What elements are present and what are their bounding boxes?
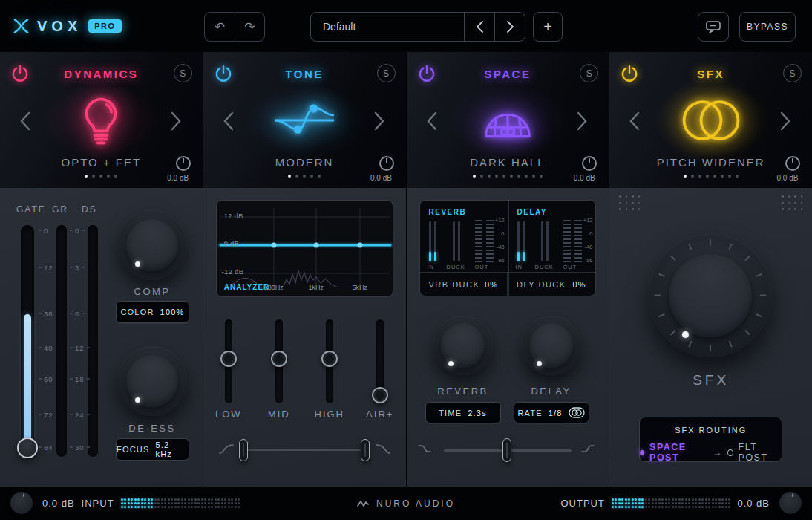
next-preset-chevron[interactable] bbox=[576, 111, 589, 131]
chain-preset-name[interactable]: DARK HALL bbox=[407, 156, 609, 169]
prev-preset-chevron[interactable] bbox=[223, 111, 236, 131]
pagination-dot bbox=[99, 175, 102, 178]
routing-dest: FLT POST bbox=[739, 442, 782, 463]
output-section: OUTPUT 0.0 dB bbox=[560, 487, 770, 520]
led-column bbox=[632, 498, 634, 508]
reverb-knob-cap bbox=[441, 323, 485, 367]
lowpass-handle[interactable] bbox=[361, 439, 370, 461]
preset-next-button[interactable] bbox=[494, 13, 525, 41]
pagination-dot bbox=[691, 175, 694, 178]
brand-logo: VOX PRO bbox=[12, 0, 122, 52]
mix-value[interactable]: 0.0 dB bbox=[364, 174, 399, 182]
output-led-meter bbox=[612, 498, 731, 508]
meter-scale-label: 0 bbox=[70, 227, 85, 235]
comp-knob[interactable] bbox=[117, 210, 187, 280]
module-title: TONE bbox=[203, 68, 406, 80]
led-column bbox=[715, 498, 717, 508]
delay-knob[interactable] bbox=[522, 316, 581, 375]
prev-preset-chevron[interactable] bbox=[629, 111, 642, 131]
reverb-label: REVERB bbox=[419, 386, 508, 397]
mix-dial-icon[interactable] bbox=[581, 155, 597, 172]
pagination-dot bbox=[713, 175, 716, 178]
knob-tick bbox=[710, 239, 711, 246]
filter-range-track bbox=[243, 449, 366, 451]
led-column bbox=[668, 498, 670, 508]
mix-dial-icon[interactable] bbox=[175, 155, 191, 172]
preset-prev-button[interactable] bbox=[464, 13, 494, 41]
mix-value[interactable]: 0.0 dB bbox=[770, 174, 805, 182]
output-gain-value[interactable]: 0.0 dB bbox=[737, 498, 770, 509]
ds-meter bbox=[88, 225, 98, 457]
time-button[interactable]: TIME 2.3s bbox=[425, 402, 501, 423]
add-preset-button[interactable]: + bbox=[533, 12, 563, 42]
feedback-button[interactable] bbox=[698, 12, 729, 42]
redo-button[interactable]: ↷ bbox=[235, 13, 265, 41]
bottom-bar: 0.0 dB INPUT NURO AUDIO OUTPUT 0.0 dB bbox=[0, 487, 812, 520]
high-slider-handle[interactable] bbox=[321, 351, 338, 367]
meter-scale-label: 30 bbox=[70, 443, 90, 452]
rate-button[interactable]: RATE 1/8 bbox=[514, 402, 589, 423]
bulb-icon bbox=[74, 94, 128, 147]
dly-duck-control[interactable]: DLY DUCK 0% bbox=[507, 273, 595, 296]
tilt-handle[interactable] bbox=[502, 438, 511, 462]
solo-button[interactable]: S bbox=[783, 64, 802, 82]
output-gain-knob[interactable] bbox=[779, 492, 802, 514]
color-button[interactable]: COLOR 100% bbox=[116, 301, 189, 323]
space-header: SPACE S DARK HALL bbox=[407, 52, 609, 188]
delay-meter-title: DELAY bbox=[517, 208, 547, 216]
led-column bbox=[718, 498, 721, 508]
next-preset-chevron[interactable] bbox=[373, 111, 387, 131]
undo-button[interactable]: ↶ bbox=[205, 13, 235, 41]
led-column bbox=[725, 498, 727, 508]
low-slider-handle[interactable] bbox=[220, 351, 237, 367]
reverb-in-meter bbox=[429, 221, 431, 261]
ds-meter-label: DS bbox=[82, 204, 97, 215]
meter-scale-label: 72 bbox=[39, 411, 53, 419]
scale-neg48: -48 bbox=[585, 244, 593, 250]
shelf-down-icon bbox=[417, 443, 435, 455]
mid-slider-handle[interactable] bbox=[271, 351, 287, 367]
air-slider-handle[interactable] bbox=[372, 387, 388, 403]
vrb-duck-control[interactable]: VRB DUCK 0% bbox=[420, 273, 508, 296]
deess-knob[interactable] bbox=[117, 346, 187, 416]
chain-preset-name[interactable]: OPTO + FET bbox=[0, 156, 203, 169]
led-column bbox=[708, 498, 710, 508]
reverb-duck-meter bbox=[458, 221, 460, 261]
prev-preset-chevron[interactable] bbox=[19, 111, 33, 131]
solo-button[interactable]: S bbox=[174, 64, 192, 82]
highpass-curve-icon bbox=[218, 443, 235, 455]
meter-scale-label: 0 bbox=[39, 227, 48, 235]
next-preset-chevron[interactable] bbox=[779, 111, 793, 131]
chevron-right-icon bbox=[507, 21, 514, 33]
led-column bbox=[628, 498, 630, 508]
bypass-button[interactable]: BYPASS bbox=[739, 12, 796, 42]
mix-dial-icon[interactable] bbox=[785, 155, 801, 172]
sfx-routing-button[interactable]: SFX ROUTING SPACE POST → FLT POST bbox=[639, 417, 782, 462]
routing-row: SPACE POST → FLT POST bbox=[640, 442, 782, 463]
meter-scale-label: 18 bbox=[70, 375, 90, 383]
freq-label-5k: 5kHz bbox=[344, 284, 376, 291]
led-column bbox=[652, 498, 654, 508]
preset-value[interactable]: Default bbox=[311, 13, 464, 41]
ping-pong-icon[interactable] bbox=[569, 407, 585, 418]
dly-duck-label: DLY DUCK bbox=[517, 280, 566, 289]
chain-preset-name[interactable]: MODERN bbox=[203, 156, 406, 169]
duck-label: DUCK bbox=[535, 264, 554, 270]
solo-button[interactable]: S bbox=[377, 64, 396, 82]
gate-threshold-handle[interactable] bbox=[17, 438, 38, 458]
highpass-handle[interactable] bbox=[239, 439, 248, 461]
prev-preset-chevron[interactable] bbox=[426, 111, 439, 131]
led-column bbox=[655, 498, 657, 508]
comp-knob-indicator bbox=[135, 261, 140, 267]
reverb-knob[interactable] bbox=[433, 316, 493, 375]
focus-button[interactable]: FOCUS 5.2 kHz bbox=[116, 438, 189, 461]
vrb-duck-value: 0% bbox=[485, 280, 498, 289]
chain-preset-name[interactable]: PITCH WIDENER bbox=[609, 156, 812, 169]
next-preset-chevron[interactable] bbox=[170, 111, 183, 131]
meter-scale-label: 6 bbox=[70, 310, 85, 318]
mix-value[interactable]: 0.0 dB bbox=[161, 174, 195, 182]
mix-value[interactable]: 0.0 dB bbox=[567, 174, 601, 182]
routing-source-dot-icon bbox=[640, 450, 644, 455]
led-column bbox=[672, 498, 674, 508]
mix-dial-icon[interactable] bbox=[379, 155, 395, 172]
